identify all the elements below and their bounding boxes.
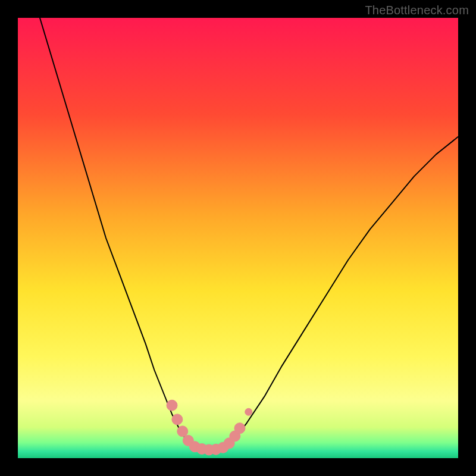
highlight-point-12 — [245, 408, 252, 415]
highlight-point-11 — [234, 423, 245, 434]
highlight-point-0 — [167, 400, 177, 411]
chart-frame: TheBottleneck.com — [0, 0, 476, 476]
bottleneck-chart — [18, 18, 458, 458]
highlight-point-2 — [177, 426, 188, 437]
gradient-background — [18, 18, 458, 458]
watermark-text: TheBottleneck.com — [365, 4, 469, 17]
highlight-point-1 — [172, 414, 183, 425]
plot-area — [18, 18, 458, 458]
